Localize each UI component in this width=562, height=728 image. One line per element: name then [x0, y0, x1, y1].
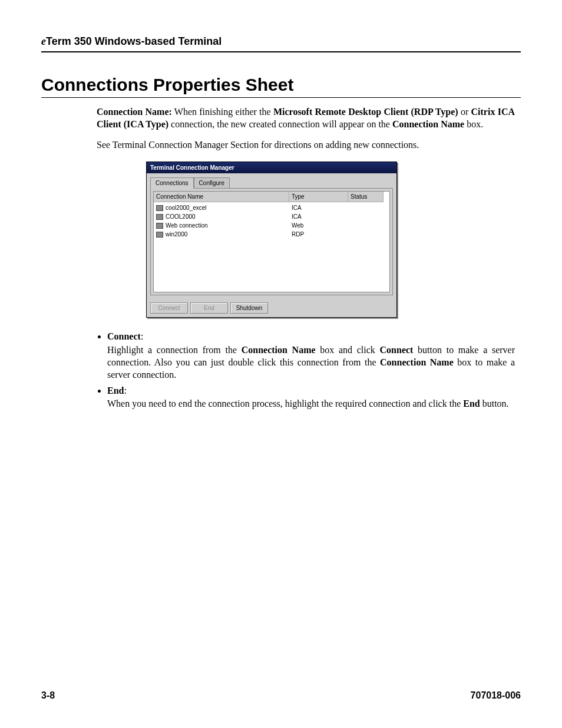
- connections-listbox[interactable]: Connection Name Type Status cool2000_exc…: [153, 191, 390, 292]
- list-header: Connection Name Type Status: [154, 192, 389, 202]
- bullet-end: End: When you need to end the connection…: [107, 385, 515, 411]
- col-status[interactable]: Status: [348, 192, 384, 202]
- col-type[interactable]: Type: [289, 192, 348, 202]
- header-prefix: e: [41, 35, 46, 47]
- shutdown-button[interactable]: Shutdown: [230, 302, 268, 314]
- see-ref-paragraph: See Terminal Connection Manager Section …: [97, 139, 515, 151]
- bullet-connect: Connect: Highlight a connection from the…: [107, 331, 515, 381]
- tab-connections[interactable]: Connections: [150, 177, 194, 189]
- list-item[interactable]: COOL2000 ICA: [154, 212, 389, 221]
- end-button[interactable]: End: [190, 302, 228, 314]
- page-footer: 3-8 707018-006: [41, 690, 521, 701]
- list-item[interactable]: win2000 RDP: [154, 230, 389, 239]
- page-number: 3-8: [41, 690, 55, 701]
- body-text: Connection Name: When finishing either t…: [97, 106, 515, 410]
- tab-panel: Connection Name Type Status cool2000_exc…: [150, 188, 393, 295]
- dialog-button-row: Connect End Shutdown: [147, 299, 396, 317]
- screenshot-figure: Terminal Connection Manager ConnectionsC…: [146, 162, 515, 318]
- list-body: cool2000_excel ICA COOL2000 ICA Web conn…: [154, 202, 389, 292]
- intro-paragraph: Connection Name: When finishing either t…: [97, 106, 515, 131]
- tab-strip: ConnectionsConfigure: [147, 173, 396, 188]
- col-connection-name[interactable]: Connection Name: [154, 192, 289, 202]
- connect-button[interactable]: Connect: [150, 302, 188, 314]
- doc-number: 707018-006: [471, 690, 521, 701]
- running-header: eTerm 350 Windows-based Terminal: [41, 35, 521, 52]
- list-item[interactable]: cool2000_excel ICA: [154, 203, 389, 212]
- list-item[interactable]: Web connection Web: [154, 221, 389, 230]
- terminal-connection-manager-dialog: Terminal Connection Manager ConnectionsC…: [146, 162, 397, 318]
- tab-configure[interactable]: Configure: [194, 177, 230, 188]
- connection-icon: [156, 214, 163, 220]
- conn-name-label: Connection Name:: [97, 107, 172, 117]
- section-title: Connections Properties Sheet: [41, 75, 521, 98]
- connection-icon: [156, 205, 163, 211]
- connection-icon: [156, 223, 163, 229]
- connection-icon: [156, 232, 163, 238]
- bullet-list: Connect: Highlight a connection from the…: [97, 331, 515, 410]
- header-rest: Term 350 Windows-based Terminal: [46, 35, 222, 47]
- dialog-titlebar: Terminal Connection Manager: [147, 162, 396, 173]
